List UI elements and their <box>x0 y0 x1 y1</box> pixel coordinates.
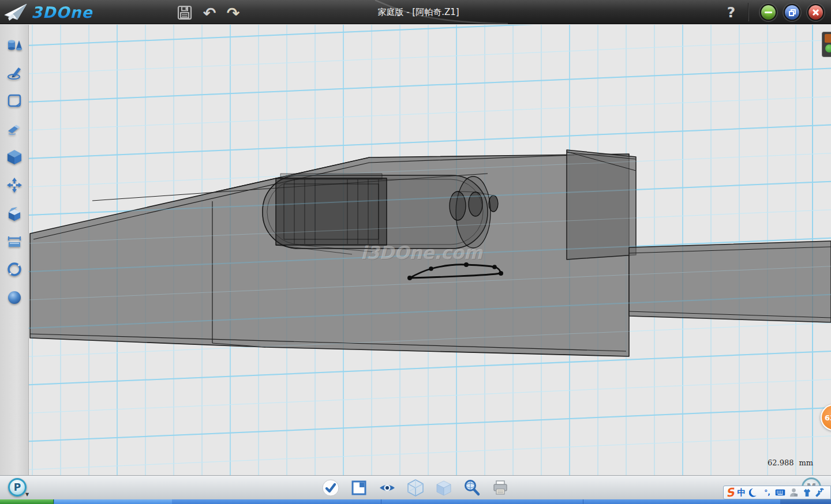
pencil-ellipse-icon <box>6 65 23 81</box>
close-button[interactable] <box>807 4 824 21</box>
ring-icon <box>6 261 23 277</box>
eraser-icon <box>6 121 23 137</box>
ime-logo[interactable]: S <box>725 486 735 499</box>
toolbar-combine[interactable] <box>6 205 23 221</box>
scale-readout: 62.988mm <box>768 458 813 467</box>
viewport-scene: i3DOne.com i3DOne.com <box>29 25 831 475</box>
sphere-icon <box>6 289 23 306</box>
ime-profile[interactable] <box>788 487 799 498</box>
moon-icon <box>749 488 758 497</box>
minimize-button[interactable] <box>760 4 777 21</box>
ime-toolbar: S 中 °, <box>723 486 831 499</box>
toolbar-sphere[interactable] <box>6 289 23 306</box>
printer-icon <box>492 479 509 497</box>
person-icon <box>789 488 798 497</box>
confirm-button[interactable] <box>321 478 340 498</box>
undo-button[interactable]: ↶ <box>201 4 218 21</box>
paper-plane-icon <box>3 2 28 22</box>
print-button[interactable] <box>491 478 510 498</box>
clipped-side-panel[interactable] <box>822 32 831 57</box>
tshirt-icon <box>802 488 812 497</box>
restore-icon <box>789 9 796 16</box>
toolbar-feature-modeling[interactable] <box>6 149 23 165</box>
caliper-icon <box>6 234 23 250</box>
watermark: i3DOne.com i3DOne.com <box>361 242 484 264</box>
taskbar-main-segment <box>172 499 780 504</box>
ime-toolbox[interactable] <box>815 487 825 498</box>
toolbar-deform[interactable] <box>6 121 23 137</box>
viewport-3d[interactable]: i3DOne.com i3DOne.com 62.988mm 63 <box>29 25 831 475</box>
profile-dropdown-caret[interactable]: ▼ <box>25 492 29 497</box>
redo-button[interactable]: ↷ <box>224 4 242 21</box>
minimize-icon <box>765 12 772 13</box>
keyboard-icon <box>775 488 785 497</box>
titlebar: 3DOne ↶ ↷ 家庭版 - [阿帕奇.Z1] ? <box>0 0 831 24</box>
scale-unit: mm <box>799 458 814 467</box>
restore-button[interactable] <box>784 4 800 21</box>
wireframe-cube-icon <box>406 479 425 497</box>
arrow-redo-icon: ↷ <box>227 5 240 21</box>
bottom-toolbar: P ▼ <box>0 475 831 499</box>
ime-skin[interactable] <box>802 487 812 498</box>
magnifier-icon <box>463 479 481 497</box>
ime-lang-mode[interactable]: 中 <box>737 487 746 498</box>
panel-green-icon <box>825 44 831 52</box>
toolbar-sketch-surface[interactable] <box>6 93 23 109</box>
open-box-icon <box>6 205 23 221</box>
close-icon <box>812 9 819 16</box>
ime-soft-keyboard[interactable] <box>775 487 785 498</box>
document-title: 家庭版 - [阿帕奇.Z1] <box>323 0 514 24</box>
arrow-undo-icon: ↶ <box>203 5 216 21</box>
os-taskbar-edge[interactable] <box>0 499 831 504</box>
taskbar-separator <box>381 499 381 504</box>
panel-orange-icon <box>825 34 831 43</box>
scale-value: 62.988 <box>768 458 794 467</box>
eye-icon <box>378 479 396 497</box>
toolbar-move[interactable] <box>6 177 23 193</box>
corner-square-icon <box>350 479 368 497</box>
rounded-square-icon <box>6 93 23 109</box>
cylinder-cone-icon <box>6 37 23 53</box>
toolbar-measure[interactable] <box>6 234 23 250</box>
view-controls <box>321 478 510 498</box>
3done-window: 3DOne ↶ ↷ 家庭版 - [阿帕奇.Z1] ? <box>0 0 831 504</box>
shaded-display-button[interactable] <box>434 478 454 498</box>
toolbar-sketch[interactable] <box>6 65 23 81</box>
check-circle-icon <box>321 479 340 497</box>
titlebar-separator <box>748 3 749 21</box>
toolbar-ring[interactable] <box>6 261 23 277</box>
cross-arrows-icon <box>6 177 23 193</box>
app-name: 3DOne <box>31 3 93 21</box>
profile-button[interactable]: P <box>8 478 27 497</box>
taskbar-tray-segment <box>780 499 831 504</box>
watermark-text: i3DOne.com <box>361 242 484 263</box>
wrench-icon <box>815 488 825 497</box>
floppy-disk-icon <box>177 5 192 20</box>
solid-cube-icon <box>435 479 453 497</box>
view-plane-button[interactable] <box>349 478 369 498</box>
taskbar-active-segment[interactable] <box>54 499 172 504</box>
wireframe-display-button[interactable] <box>406 478 425 498</box>
zoom-view-button[interactable] <box>462 478 482 498</box>
ime-punctuation[interactable]: °, <box>762 487 772 498</box>
save-button[interactable] <box>176 4 193 21</box>
left-toolbar <box>0 25 29 475</box>
help-button[interactable]: ? <box>723 2 740 22</box>
taskbar-start-segment[interactable] <box>0 499 54 504</box>
toolbar-primitive-solids[interactable] <box>6 37 23 53</box>
cube-icon <box>6 149 23 165</box>
app-logo: 3DOne <box>3 2 93 22</box>
visibility-button[interactable] <box>377 478 397 498</box>
taskbar-separator <box>583 499 583 504</box>
ime-night-mode[interactable] <box>748 487 759 498</box>
